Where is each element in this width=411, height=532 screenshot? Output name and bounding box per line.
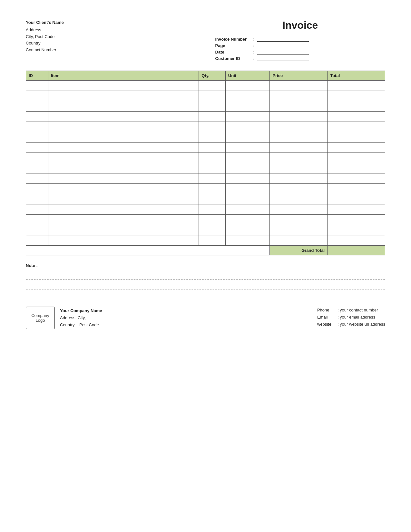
table-row xyxy=(26,194,385,204)
footer-email-value: : your email address xyxy=(338,314,375,321)
footer-section: CompanyLogo Your Company Name Address, C… xyxy=(26,307,385,329)
footer-website-value: : your website url address xyxy=(338,321,385,328)
footer-right: Phone : your contact number Email : your… xyxy=(317,307,385,328)
table-row xyxy=(26,153,385,163)
customer-id-label: Customer ID xyxy=(215,56,251,61)
invoice-header-section: Your Client's Name Address City, Post Co… xyxy=(26,19,385,61)
table-row xyxy=(26,184,385,194)
invoice-number-colon: : xyxy=(253,37,255,42)
table-row xyxy=(26,112,385,122)
invoice-number-row: Invoice Number : xyxy=(215,36,386,42)
company-logo-box: CompanyLogo xyxy=(26,307,55,329)
footer-website-label: website xyxy=(317,321,335,328)
invoice-table: ID Item Qty. Unit Price Total Grand Tota… xyxy=(26,71,385,255)
page-label: Page xyxy=(215,43,251,48)
customer-id-line xyxy=(257,56,309,61)
table-row xyxy=(26,204,385,215)
table-row xyxy=(26,101,385,112)
client-info: Your Client's Name Address City, Post Co… xyxy=(26,19,196,61)
invoice-title: Invoice xyxy=(215,19,386,31)
note-line-2 xyxy=(26,281,385,290)
page-row: Page : xyxy=(215,43,386,48)
date-line xyxy=(257,49,309,54)
table-row xyxy=(26,215,385,225)
company-address: Address, City, xyxy=(60,314,102,321)
footer-phone-row: Phone : your contact number xyxy=(317,307,385,314)
customer-id-row: Customer ID : xyxy=(215,56,386,61)
col-header-item: Item xyxy=(48,71,199,81)
table-row xyxy=(26,122,385,132)
client-name: Your Client's Name xyxy=(26,19,196,26)
grand-total-row: Grand Total xyxy=(26,246,385,255)
company-name: Your Company Name xyxy=(60,307,102,314)
note-label: Note : xyxy=(26,263,385,268)
footer-email-label: Email xyxy=(317,314,335,321)
invoice-meta-section: Invoice Invoice Number : Page : Date : C… xyxy=(196,19,386,61)
company-logo-text: CompanyLogo xyxy=(31,313,49,323)
page-line xyxy=(257,43,309,48)
table-row xyxy=(26,143,385,153)
note-line-1 xyxy=(26,271,385,280)
date-label: Date xyxy=(215,50,251,54)
footer-phone-value: : your contact number xyxy=(338,307,378,314)
footer-left: CompanyLogo Your Company Name Address, C… xyxy=(26,307,102,329)
col-header-unit: Unit xyxy=(225,71,270,81)
customer-id-colon: : xyxy=(253,56,255,61)
table-row xyxy=(26,132,385,143)
client-country: Country xyxy=(26,40,196,47)
footer-website-row: website : your website url address xyxy=(317,321,385,328)
note-line-3 xyxy=(26,291,385,300)
col-header-qty: Qty. xyxy=(199,71,226,81)
col-header-price: Price xyxy=(270,71,328,81)
client-address: Address xyxy=(26,27,196,34)
table-row xyxy=(26,163,385,173)
company-country-postcode: Country – Post Code xyxy=(60,321,102,329)
col-header-id: ID xyxy=(26,71,48,81)
footer-email-row: Email : your email address xyxy=(317,314,385,321)
page-colon: : xyxy=(253,43,255,48)
table-row xyxy=(26,173,385,184)
table-row xyxy=(26,81,385,91)
date-row: Date : xyxy=(215,49,386,54)
table-row xyxy=(26,91,385,101)
invoice-meta: Invoice Number : Page : Date : Customer … xyxy=(215,36,386,61)
table-row xyxy=(26,235,385,246)
note-section: Note : xyxy=(26,263,385,300)
company-info: Your Company Name Address, City, Country… xyxy=(60,307,102,329)
table-row xyxy=(26,225,385,235)
table-header-row: ID Item Qty. Unit Price Total xyxy=(26,71,385,81)
grand-total-label: Grand Total xyxy=(270,246,328,255)
client-contact-number: Contact Number xyxy=(26,47,196,54)
note-lines xyxy=(26,271,385,300)
col-header-total: Total xyxy=(328,71,385,81)
client-city-postcode: City, Post Code xyxy=(26,34,196,40)
invoice-number-line xyxy=(257,36,309,42)
footer-phone-label: Phone xyxy=(317,307,335,314)
date-colon: : xyxy=(253,50,255,54)
invoice-number-label: Invoice Number xyxy=(215,37,251,42)
grand-total-value xyxy=(328,246,385,255)
